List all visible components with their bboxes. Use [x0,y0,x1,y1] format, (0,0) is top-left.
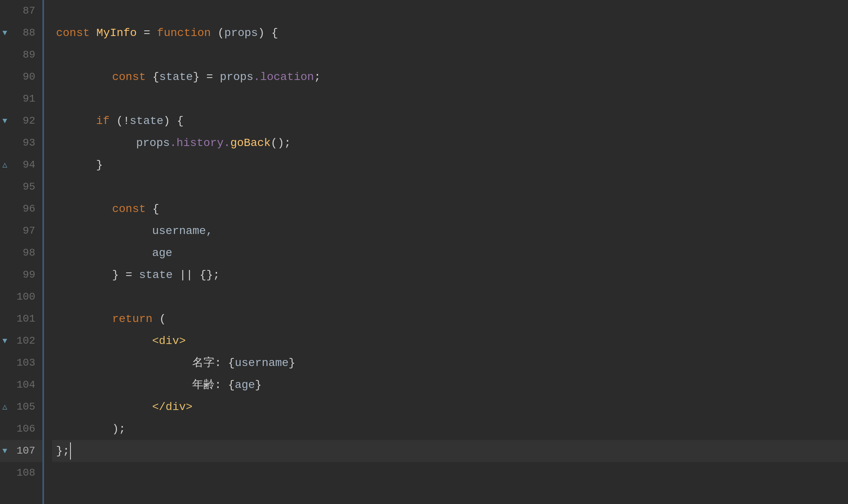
line-num-98: 98 [0,242,42,264]
code-line-91 [52,88,848,110]
code-line-93: props.history.goBack(); [52,132,848,154]
line-num-103: 103 [0,352,42,374]
line-num-100: 100 [0,286,42,308]
code-line-107: }; [52,440,848,462]
code-line-104: 年齢: {age} [52,374,848,396]
code-line-101: return ( [52,308,848,330]
code-line-105: </div> [52,396,848,418]
line-num-94: △94 [0,154,42,176]
code-content[interactable]: const MyInfo = function (props) { const … [44,0,848,504]
code-line-97: username, [52,220,848,242]
line-num-106: 106 [0,418,42,440]
code-line-95 [52,176,848,198]
line-num-108: 108 [0,462,42,484]
line-num-102: ▼102 [0,330,42,352]
code-line-102: <div> [52,330,848,352]
line-num-104: 104 [0,374,42,396]
code-line-106: ); [52,418,848,440]
line-num-107: ▼107 [0,440,42,462]
line-num-97: 97 [0,220,42,242]
line-number-gutter: 87 ▼88 89 90 91 ▼92 93 △94 95 96 97 98 9… [0,0,44,504]
code-line-89 [52,44,848,66]
line-num-92: ▼92 [0,110,42,132]
code-line-103: 名字: {username} [52,352,848,374]
code-line-92: if (!state) { [52,110,848,132]
line-num-87: 87 [0,0,42,22]
code-line-108 [52,462,848,484]
code-line-87 [52,0,848,22]
code-line-90: const {state} = props.location; [52,66,848,88]
code-line-100 [52,286,848,308]
line-num-96: 96 [0,198,42,220]
code-line-96: const { [52,198,848,220]
line-num-90: 90 [0,66,42,88]
line-num-101: 101 [0,308,42,330]
code-line-88: const MyInfo = function (props) { [52,22,848,44]
line-num-88: ▼88 [0,22,42,44]
line-num-105: △105 [0,396,42,418]
code-line-94: } [52,154,848,176]
line-num-99: 99 [0,264,42,286]
line-num-89: 89 [0,44,42,66]
line-num-93: 93 [0,132,42,154]
line-num-95: 95 [0,176,42,198]
code-line-99: } = state || {}; [52,264,848,286]
code-editor: 87 ▼88 89 90 91 ▼92 93 △94 95 96 97 98 9… [0,0,848,504]
code-line-98: age [52,242,848,264]
line-num-91: 91 [0,88,42,110]
